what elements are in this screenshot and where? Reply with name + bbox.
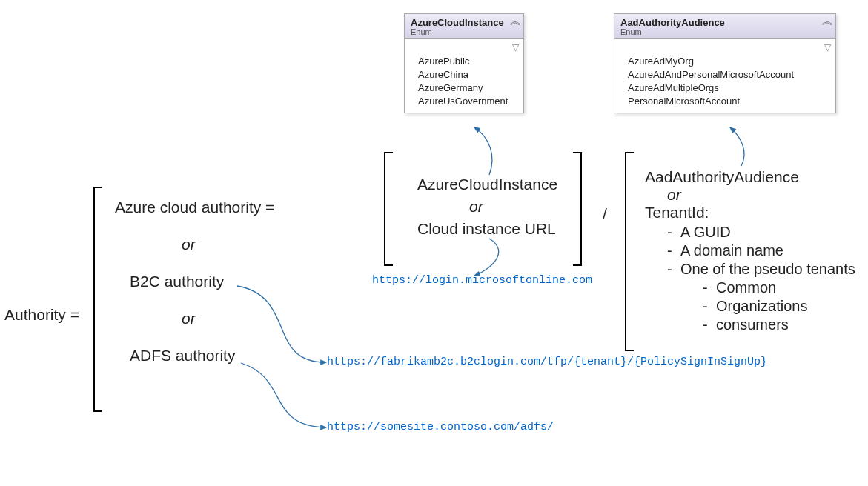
card1-title: AzureCloudInstance [411, 17, 519, 28]
tenant-item: A GUID [667, 223, 855, 242]
enum-item: AzureUsGovernment [418, 95, 517, 108]
right-line2: TenantId: [645, 204, 855, 222]
url-adfs[interactable]: https://somesite.contoso.com/adfs/ [327, 421, 554, 433]
enum-item: AzureAdMyOrg [628, 55, 829, 68]
right-line1: AadAuthorityAudience [645, 168, 855, 186]
tenant-item: One of the pseudo tenants Common Organiz… [667, 260, 855, 334]
collapse-icon[interactable]: ︽ [822, 17, 831, 26]
bracket-center-right [573, 152, 582, 266]
choice-or2: or [182, 310, 196, 327]
enum-item: PersonalMicrosoftAccount [628, 95, 829, 108]
center-or: or [469, 198, 483, 216]
enum-item: AzureGermany [418, 81, 517, 95]
card-azure-cloud-instance: AzureCloudInstance Enum ︽ ▽ AzurePublic … [404, 13, 524, 113]
enum-item: AzureAdMultipleOrgs [628, 81, 829, 95]
choice-b2c: B2C authority [130, 273, 224, 290]
pseudo-tenant-item: Organizations [703, 297, 855, 316]
choice-or1: or [182, 236, 196, 253]
pseudo-tenant-item: Common [703, 279, 855, 297]
tenant-list: A GUID A domain name One of the pseudo t… [645, 223, 855, 334]
choice-azure-cloud: Azure cloud authority = [115, 199, 274, 216]
tenant-item: A domain name [667, 242, 855, 260]
choice-adfs: ADFS authority [130, 347, 235, 364]
authority-label: Authority = [4, 306, 79, 324]
enum-item: AzureAdAndPersonalMicrosoftAccount [628, 68, 829, 81]
bracket-right-left [625, 152, 634, 351]
enum-item: AzureChina [418, 68, 517, 81]
right-or: or [667, 186, 855, 204]
filter-icon[interactable]: ▽ [824, 42, 831, 53]
bracket-center-left [384, 152, 393, 266]
url-b2c[interactable]: https://fabrikamb2c.b2clogin.com/tfp/{te… [327, 356, 767, 368]
card1-subtitle: Enum [411, 27, 519, 36]
pseudo-tenant-item: consumers [703, 316, 855, 334]
card2-title: AadAuthorityAudience [620, 17, 831, 28]
card-aad-authority-audience: AadAuthorityAudience Enum ︽ ▽ AzureAdMyO… [614, 13, 836, 113]
filter-icon[interactable]: ▽ [512, 42, 519, 53]
right-text-block: AadAuthorityAudience or TenantId: A GUID… [645, 168, 855, 334]
card2-subtitle: Enum [620, 27, 831, 36]
bracket-main-left [93, 187, 102, 412]
slash: / [603, 205, 607, 223]
url-login[interactable]: https://login.microsoftonline.com [372, 274, 592, 287]
enum-item: AzurePublic [418, 55, 517, 68]
collapse-icon[interactable]: ︽ [510, 17, 519, 26]
center-line1: AzureCloudInstance [417, 176, 557, 193]
center-line2: Cloud instance URL [417, 220, 556, 238]
